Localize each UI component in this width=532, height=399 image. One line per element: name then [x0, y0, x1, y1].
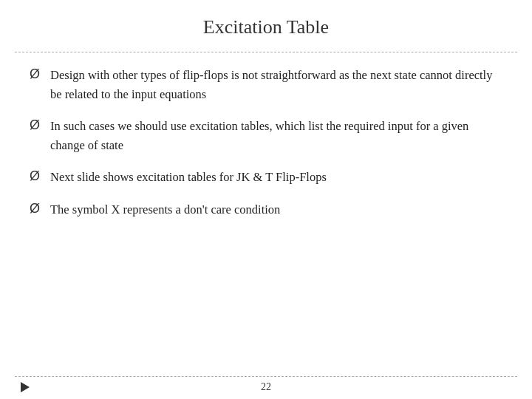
bullet-symbol-3: Ø [30, 168, 40, 184]
bullet-item-3: Ø Next slide shows excitation tables for… [30, 168, 502, 187]
bullet-text-3: Next slide shows excitation tables for J… [50, 168, 327, 187]
bullet-symbol-4: Ø [30, 201, 40, 216]
slide-container: Excitation Table Ø Design with other typ… [0, 0, 532, 399]
footer: 22 [0, 377, 532, 399]
bullet-symbol-1: Ø [30, 66, 40, 82]
bullet-text-4: The symbol X represents a don't care con… [50, 200, 280, 219]
content-area: Ø Design with other types of flip-flops … [0, 52, 532, 376]
slide-title: Excitation Table [30, 16, 502, 38]
bullet-symbol-2: Ø [30, 117, 40, 133]
bullet-text-2: In such cases we should use excitation t… [50, 117, 502, 154]
title-section: Excitation Table [0, 0, 532, 46]
nav-arrow-icon[interactable] [21, 382, 30, 392]
bullet-text-1: Design with other types of flip-flops is… [50, 66, 502, 103]
bullet-item-2: Ø In such cases we should use excitation… [30, 117, 502, 154]
page-number: 22 [15, 381, 517, 393]
bullet-item-1: Ø Design with other types of flip-flops … [30, 66, 502, 103]
bullet-item-4: Ø The symbol X represents a don't care c… [30, 200, 502, 219]
